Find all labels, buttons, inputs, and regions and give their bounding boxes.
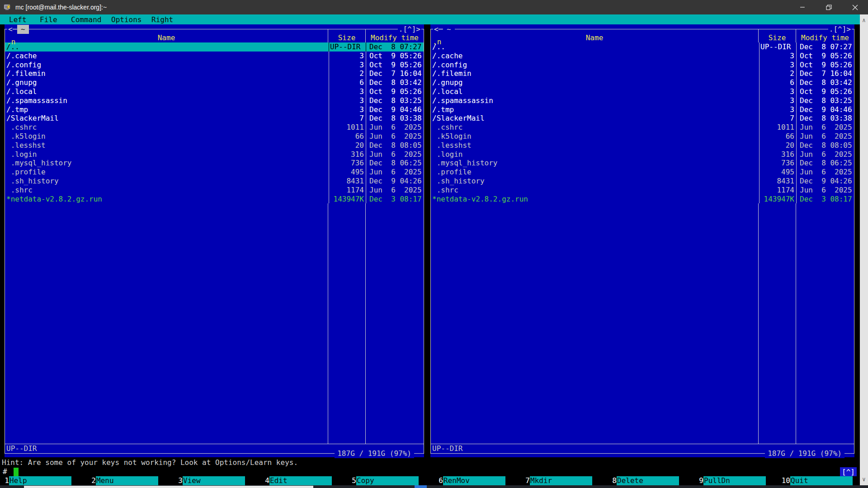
file-row[interactable]: /SlackerMail7Dec 8 03:38 — [431, 114, 854, 123]
fkey-number: 8 — [608, 476, 617, 485]
file-row[interactable]: /.spamassassin3Dec 8 03:25 — [5, 96, 424, 105]
file-row[interactable]: /.cache3Oct 9 05:26 — [431, 52, 854, 61]
file-size: 3 — [329, 87, 366, 96]
scrollbar[interactable]: ∧ ∨ — [860, 14, 868, 485]
file-row[interactable]: *netdata-v2.8.2.gz.run143947KDec 3 08:17 — [431, 195, 854, 204]
file-mtime: Dec 8 06:25 — [796, 159, 854, 168]
menu-item-left[interactable]: Left — [9, 15, 27, 24]
file-row[interactable]: /.config3Oct 9 05:26 — [5, 61, 424, 70]
fkey-button-copy[interactable]: 5Copy — [347, 476, 419, 485]
fkey-button-quit[interactable]: 10Quit — [781, 476, 853, 485]
file-name: /.config — [431, 61, 759, 70]
column-header-name[interactable]: .n Name — [5, 33, 328, 42]
file-row[interactable]: .login316Jun 6 2025 — [431, 150, 854, 159]
file-row[interactable]: .sh_history8431Dec 9 04:26 — [431, 177, 854, 186]
close-button[interactable] — [842, 0, 868, 14]
path-tab[interactable]: ~ — [17, 25, 29, 34]
menu-item-right[interactable]: Right — [151, 15, 173, 24]
menu-item-options[interactable]: Options — [111, 15, 142, 24]
file-name: /.. — [5, 42, 329, 52]
file-row[interactable]: .k5login66Jun 6 2025 — [5, 132, 424, 141]
file-size: 66 — [759, 132, 796, 141]
file-row[interactable]: .cshrc1011Jun 6 2025 — [431, 123, 854, 132]
file-row[interactable]: /..UP--DIRDec 8 07:27 — [431, 42, 854, 52]
file-row[interactable]: /.cache3Oct 9 05:26 — [5, 52, 424, 61]
fkey-button-edit[interactable]: 4Edit — [260, 476, 332, 485]
minimize-button[interactable] — [789, 0, 816, 14]
fkey-number: 4 — [260, 476, 269, 485]
fkey-label: Edit — [269, 476, 332, 485]
file-row[interactable]: /.config3Oct 9 05:26 — [431, 61, 854, 70]
panel-corner-markers[interactable]: .[^]> — [828, 25, 852, 34]
file-row[interactable]: /.tmp3Dec 9 04:46 — [5, 105, 424, 114]
file-name: .login — [5, 150, 329, 159]
file-list: /..UP--DIRDec 8 07:27/.cache3Oct 9 05:26… — [431, 42, 854, 203]
column-header-size[interactable]: Size — [758, 29, 796, 42]
file-size: 3 — [329, 61, 366, 70]
fkey-button-menu[interactable]: 2Menu — [87, 476, 158, 485]
menu-item-file[interactable]: File — [40, 15, 57, 24]
file-mtime: Dec 8 06:25 — [366, 159, 424, 168]
file-mtime: Dec 7 16:04 — [796, 69, 854, 78]
fkey-button-renmov[interactable]: 6RenMov — [434, 476, 505, 485]
file-row[interactable]: /..UP--DIRDec 8 07:27 — [5, 42, 424, 52]
path-tab[interactable]: ~ — [443, 25, 455, 34]
file-row[interactable]: /.filemin2Dec 7 16:04 — [5, 69, 424, 78]
app-icon — [4, 3, 12, 11]
file-row[interactable]: /.local3Oct 9 05:26 — [431, 87, 854, 96]
file-name: *netdata-v2.8.2.gz.run — [5, 195, 329, 204]
file-row[interactable]: .login316Jun 6 2025 — [5, 150, 424, 159]
fkey-button-view[interactable]: 3View — [174, 476, 245, 485]
file-row[interactable]: /.local3Oct 9 05:26 — [5, 87, 424, 96]
history-back-icon[interactable]: <─ — [7, 25, 18, 34]
file-row[interactable]: /.filemin2Dec 7 16:04 — [431, 69, 854, 78]
scrollbar-down-arrow[interactable]: ∨ — [860, 474, 868, 483]
panel-corner-markers[interactable]: .[^]> — [398, 25, 421, 34]
file-list: /..UP--DIRDec 8 07:27/.cache3Oct 9 05:26… — [5, 42, 424, 203]
column-header-size[interactable]: Size — [328, 29, 365, 42]
file-row[interactable]: .cshrc1011Jun 6 2025 — [5, 123, 424, 132]
fkey-button-mkdir[interactable]: 7Mkdir — [521, 476, 592, 485]
history-back-icon[interactable]: <─ — [433, 25, 443, 34]
file-name: .sh_history — [5, 177, 329, 186]
file-mtime: Dec 8 07:27 — [796, 42, 854, 52]
file-row[interactable]: .mysql_history736Dec 8 06:25 — [431, 159, 854, 168]
file-mtime: Dec 9 04:46 — [796, 105, 854, 114]
file-row[interactable]: .shrc1174Jun 6 2025 — [5, 186, 424, 195]
file-row[interactable]: .lesshst20Dec 8 08:05 — [431, 141, 854, 150]
file-name: /.local — [431, 87, 759, 96]
file-row[interactable]: /SlackerMail7Dec 8 03:38 — [5, 114, 424, 123]
file-mtime: Jun 6 2025 — [796, 168, 854, 177]
file-name: /.spamassassin — [5, 96, 329, 105]
file-row[interactable]: /.gnupg6Dec 8 03:42 — [431, 78, 854, 87]
file-row[interactable]: .profile495Jun 6 2025 — [431, 168, 854, 177]
column-header-sort[interactable]: .n — [7, 38, 15, 47]
file-row[interactable]: /.tmp3Dec 9 04:46 — [431, 105, 854, 114]
column-header-name[interactable]: .n Name — [431, 33, 758, 42]
fkey-button-help[interactable]: 1Help — [0, 476, 71, 485]
file-name: /.tmp — [431, 105, 759, 114]
fkey-button-delete[interactable]: 8Delete — [608, 476, 679, 485]
column-header-sort[interactable]: .n — [433, 38, 441, 47]
fkey-button-pulldn[interactable]: 9PullDn — [694, 476, 766, 485]
file-mtime: Dec 3 08:17 — [366, 195, 424, 204]
file-row[interactable]: *netdata-v2.8.2.gz.run143947KDec 3 08:17 — [5, 195, 424, 204]
scrollbar-up-arrow[interactable]: ∧ — [860, 15, 868, 24]
file-row[interactable]: .profile495Jun 6 2025 — [5, 168, 424, 177]
file-size: 8431 — [329, 177, 366, 186]
column-header-row: .n Name Size Modify time — [431, 29, 854, 42]
menu-item-command[interactable]: Command — [71, 15, 101, 24]
file-row[interactable]: .shrc1174Jun 6 2025 — [431, 186, 854, 195]
file-row[interactable]: .mysql_history736Dec 8 06:25 — [5, 159, 424, 168]
restore-button[interactable] — [816, 0, 842, 14]
file-row[interactable]: .sh_history8431Dec 9 04:26 — [5, 177, 424, 186]
shell-prompt[interactable]: # — [3, 467, 7, 476]
hint-line: Hint: Are some of your keys not working?… — [2, 458, 298, 467]
file-row[interactable]: .lesshst20Dec 8 08:05 — [5, 141, 424, 150]
file-row[interactable]: /.spamassassin3Dec 8 03:25 — [431, 96, 854, 105]
file-row[interactable]: /.gnupg6Dec 8 03:42 — [5, 78, 424, 87]
cursor-block[interactable] — [14, 468, 19, 476]
file-row[interactable]: .k5login66Jun 6 2025 — [431, 132, 854, 141]
fkey-label: Copy — [356, 476, 419, 485]
scrollup-badge[interactable]: [^] — [840, 467, 857, 477]
